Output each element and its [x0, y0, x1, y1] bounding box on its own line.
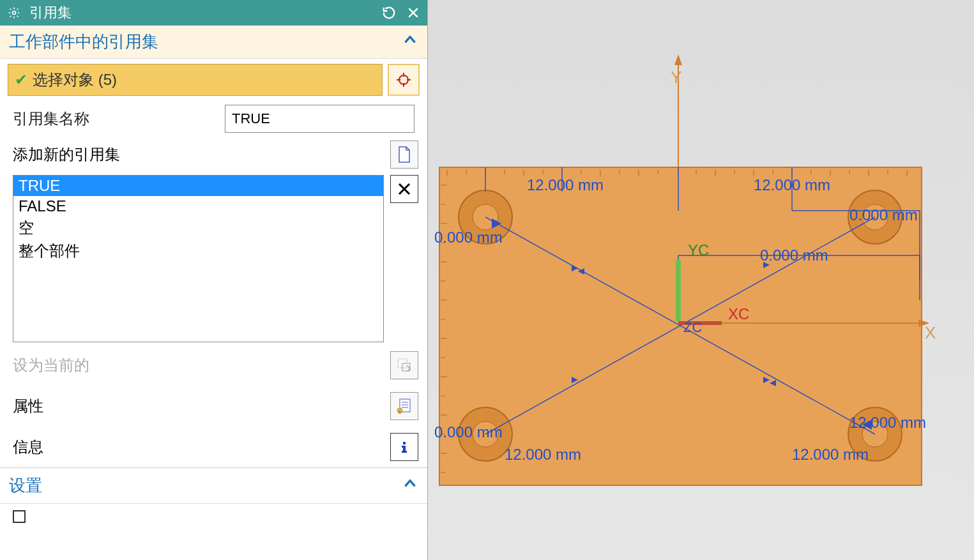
list-item[interactable]: TRUE [13, 176, 383, 196]
set-current-label: 设为当前的 [13, 355, 390, 375]
crosshair-icon [396, 72, 411, 87]
axis-y-label: Y [671, 68, 681, 87]
section-header-settings[interactable]: 设置 [0, 467, 427, 504]
select-objects-row: ✔ 选择对象 (5) [0, 59, 427, 101]
titlebar-title: 引用集 [29, 3, 72, 22]
refset-listbox[interactable]: TRUE FALSE 空 整个部件 [13, 175, 384, 342]
settings-title: 设置 [9, 474, 42, 497]
properties-row: 属性 [0, 386, 427, 427]
list-item[interactable]: FALSE [13, 196, 383, 216]
new-document-icon [397, 146, 412, 163]
add-refset-label: 添加新的引用集 [13, 144, 390, 165]
properties-label: 属性 [13, 396, 390, 416]
reset-icon[interactable] [380, 4, 398, 22]
dim-text[interactable]: 0.000 mm [434, 229, 503, 246]
select-objects-label: 选择对象 (5) [33, 70, 117, 90]
svg-point-0 [13, 11, 16, 15]
section-header-refsets[interactable]: 工作部件中的引用集 [0, 26, 427, 59]
dim-text[interactable]: 0.000 mm [760, 246, 828, 264]
chevron-up-icon[interactable] [402, 475, 418, 496]
set-current-button[interactable] [390, 351, 418, 379]
axis-xc-label: XC [728, 305, 749, 322]
settings-body [0, 504, 427, 528]
dim-text[interactable]: 12.000 mm [527, 176, 604, 193]
list-item[interactable]: 整个部件 [13, 239, 383, 262]
info-label: 信息 [13, 437, 390, 457]
refset-list-row: TRUE FALSE 空 整个部件 [0, 172, 427, 345]
chevron-up-icon[interactable] [402, 31, 418, 52]
refset-name-input[interactable] [225, 105, 415, 133]
x-icon [397, 181, 412, 197]
dim-text[interactable]: 12.000 mm [754, 176, 830, 193]
titlebar: 引用集 [0, 0, 427, 26]
svg-rect-10 [403, 442, 406, 444]
add-refset-row: 添加新的引用集 [0, 137, 427, 172]
properties-button[interactable] [390, 392, 418, 420]
check-icon: ✔ [15, 71, 27, 89]
graphics-viewport[interactable]: Y [428, 0, 974, 560]
properties-icon [396, 398, 413, 414]
svg-rect-12 [402, 446, 404, 448]
list-item[interactable]: 空 [13, 216, 383, 239]
info-button[interactable] [390, 433, 418, 461]
select-objects-button[interactable]: ✔ 选择对象 (5) [8, 64, 383, 96]
svg-point-1 [399, 75, 408, 84]
axis-yc-label: YC [688, 241, 709, 259]
dim-text[interactable]: 0.000 mm [849, 206, 918, 223]
refset-name-row: 引用集名称 [0, 101, 427, 137]
dim-text[interactable]: 12.000 mm [792, 446, 869, 463]
axis-zc-label: ZC [683, 319, 702, 335]
svg-marker-15 [674, 54, 682, 65]
delete-refset-button[interactable] [390, 175, 418, 203]
set-current-row: 设为当前的 [0, 345, 427, 386]
dialog-panel: 引用集 工作部件中的引用集 ✔ 选择对象 (5) [0, 0, 428, 560]
checkbox[interactable] [13, 510, 26, 523]
svg-rect-13 [402, 451, 407, 453]
gear-icon[interactable] [5, 4, 23, 22]
close-icon[interactable] [404, 4, 422, 22]
dim-text[interactable]: 0.000 mm [434, 423, 503, 441]
new-refset-button[interactable] [390, 140, 418, 169]
info-row: 信息 [0, 427, 427, 467]
info-icon [397, 440, 411, 454]
svg-rect-9 [399, 410, 400, 414]
set-current-icon [396, 357, 413, 374]
refset-name-label: 引用集名称 [13, 109, 218, 129]
axis-x-label: X [925, 323, 936, 342]
dim-text[interactable]: 12.000 mm [505, 446, 581, 463]
dim-text[interactable]: 12.000 mm [849, 414, 926, 431]
section-title: 工作部件中的引用集 [9, 31, 158, 53]
target-selector-button[interactable] [388, 64, 420, 96]
